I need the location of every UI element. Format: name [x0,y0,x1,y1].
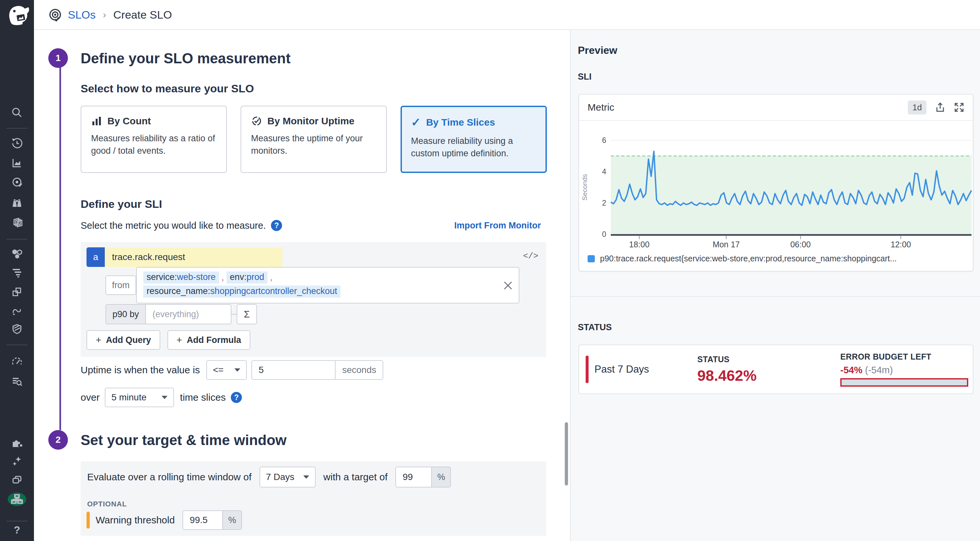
threshold-input[interactable]: 5 [251,360,336,380]
time-slice-select[interactable]: 5 minute [105,388,174,407]
svg-text:18:00: 18:00 [629,240,650,249]
sidebar-item-integrations[interactable] [0,436,34,449]
method-card-by-time-slices[interactable]: ✓By Time Slices Measure reliability usin… [401,106,547,173]
measure-subtitle: Select how to measure your SLO [81,82,254,95]
legend-swatch [588,255,595,262]
code-view-icon[interactable]: </> [523,251,538,261]
log-search-icon [11,375,23,388]
export-icon[interactable] [935,102,945,113]
method-card-by-monitor-uptime[interactable]: By Monitor Uptime Measures the uptime of… [240,106,387,173]
tag-separator: , [270,273,273,282]
status-label: STATUS [697,355,840,364]
sidebar-item-workspaces[interactable] [0,474,34,486]
windows-icon [11,286,23,298]
percent-addon: % [223,510,242,530]
status-card: Past 7 Days STATUS 98.462% ERROR BUDGET … [579,344,974,394]
slo-breadcrumb-icon [48,8,62,22]
section-2-title: Set your target & time window [81,432,286,448]
sidebar-item-active-app[interactable] [0,493,34,508]
sidebar-item-performance[interactable] [0,356,34,368]
add-query-button[interactable]: +Add Query [86,330,160,350]
sidebar-divider [6,344,27,345]
sidebar-item-slos[interactable] [0,176,34,189]
help-icon[interactable]: ? [271,220,282,231]
scrollbar-thumb[interactable] [565,422,568,485]
fullscreen-icon[interactable] [954,102,964,113]
preview-title: Preview [578,44,617,56]
topbar: SLOs › Create SLO [34,0,980,30]
status-value: 98.462% [697,367,840,384]
app: ? SLOs › Create SLO 1 Define your SLO me… [0,0,980,541]
svg-text:Seconds: Seconds [581,174,588,201]
layers-icon [11,217,23,229]
svg-text:06:00: 06:00 [790,240,811,249]
chevron-down-icon [303,475,309,479]
chevron-down-icon [162,396,167,399]
check-icon: ✓ [411,116,421,129]
sidebar-item-watchdog[interactable] [0,197,34,209]
from-label: from [105,275,136,295]
sidebar-item-dashboards[interactable] [0,286,34,298]
sidebar-item-software-catalog[interactable] [0,217,34,229]
filter-tag[interactable]: service:web-store [143,271,219,284]
filter-tag[interactable]: resource_name:shoppingcartcontroller_che… [143,286,340,298]
chart-legend[interactable]: p90:trace.rack.request{service:web-store… [588,254,966,263]
svg-text:0: 0 [602,230,606,238]
sidebar-item-log-explorer[interactable] [0,375,34,388]
step-1-badge: 1 [48,48,68,68]
filter-tags-input[interactable]: service:web-store , env:prod , resource_… [136,267,519,303]
sidebar-item-metrics[interactable] [0,157,34,169]
svg-text:4: 4 [602,167,606,176]
target-window-box: Evaluate over a rolling time window of 7… [81,462,546,536]
sidebar-item-help[interactable]: ? [0,524,34,536]
sidebar-item-logs[interactable] [0,266,34,279]
plus-icon: + [177,335,183,346]
area-chart-icon [11,157,23,169]
method-card-by-count[interactable]: By Count Measures reliability as a ratio… [81,106,227,173]
target-label: with a target of [323,471,388,482]
sli-line-chart[interactable]: 0246Seconds18:00Mon 1706:0012:00 [579,121,973,249]
question-icon: ? [14,524,20,536]
svg-text:2: 2 [602,199,606,207]
target-input[interactable]: 99 [395,466,432,487]
time-slices-label: time slices [180,392,226,403]
select-metric-label: Select the metric you would like to meas… [81,220,266,231]
filter-tag[interactable]: env:prod [227,271,267,284]
help-icon[interactable]: ? [231,392,242,403]
time-range-chip[interactable]: 1d [908,100,926,114]
add-formula-button[interactable]: +Add Formula [167,330,250,350]
shield-icon [11,323,23,335]
window-select[interactable]: 7 Days [259,466,316,487]
metric-chart-card: Metric 1d 0246Seconds18:00Mon 1706:0012:… [579,94,974,271]
comparator-select[interactable]: <= [206,360,247,380]
sidebar-divider [6,521,27,522]
import-from-monitor-link[interactable]: Import From Monitor [454,221,541,231]
sidebar-item-infrastructure[interactable] [0,247,34,260]
sidebar-divider [6,239,27,240]
sidebar-item-search[interactable] [0,106,34,119]
sidebar-item-bits-ai[interactable] [0,455,34,467]
chart-title: Metric [588,102,614,113]
metric-name-input[interactable]: trace.rack.request [105,247,282,267]
aggregation-label[interactable]: p90 by [105,304,146,324]
page-title: Create SLO [113,8,172,21]
percent-addon: % [432,466,451,487]
sidebar-item-app-security[interactable] [0,323,34,335]
svg-text:12:00: 12:00 [891,240,911,249]
sidebar-item-history[interactable] [0,137,34,149]
clear-filters-icon[interactable] [504,281,512,290]
warning-input[interactable]: 99.5 [183,510,223,530]
method-card-desc: Measure reliability using a custom uptim… [411,135,536,160]
section-1-title: Define your SLO measurement [81,50,291,67]
clock-history-icon [11,137,23,149]
log-list-icon [11,266,23,279]
over-label: over [81,392,100,403]
copy-windows-icon [11,474,23,486]
breadcrumb-slos-link[interactable]: SLOs [68,8,95,21]
datadog-logo[interactable] [4,2,30,27]
panel-divider [571,296,980,297]
sli-label: SLI [578,72,592,82]
sigma-button[interactable]: Σ [237,304,257,324]
sidebar-item-apm[interactable] [0,305,34,317]
group-by-input[interactable]: (everything) [146,304,231,324]
